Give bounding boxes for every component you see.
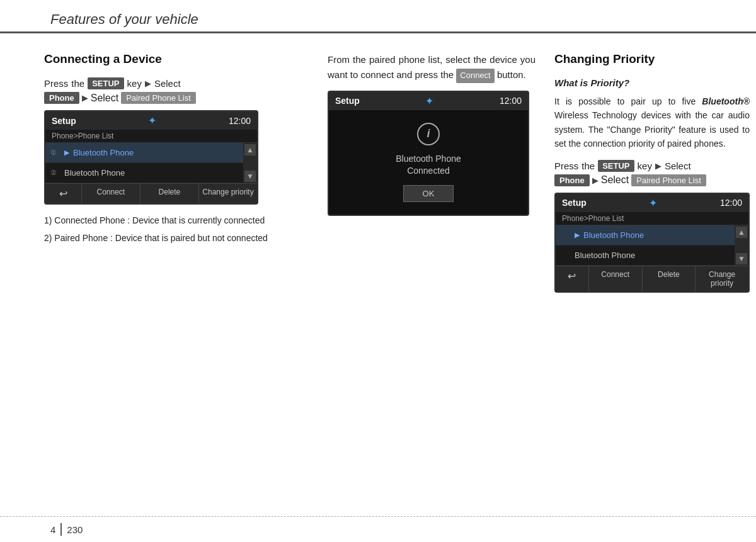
- dialog-message-line2: Connected: [396, 165, 461, 178]
- dialog-ok-button[interactable]: OK: [403, 185, 454, 202]
- note-2-label: 2): [44, 233, 52, 243]
- note-1-label: 1): [44, 215, 52, 225]
- instruction-row-1: Press the SETUP key ▶ Select: [44, 77, 309, 89]
- middle-paragraph: From the paired phone list, select the d…: [328, 52, 536, 83]
- middle-text-2: button.: [497, 69, 526, 80]
- dialog-screen: Setup ✦ 12:00 i Bluetooth Phone Connecte…: [328, 91, 529, 216]
- screen-breadcrumb-1: Phone>Phone List: [45, 130, 257, 143]
- change-priority-button-2[interactable]: Change priority: [696, 266, 748, 291]
- scroll-up-1[interactable]: ▲: [244, 144, 256, 155]
- play-icon-1: ▶: [64, 149, 69, 157]
- screen-list-item-r1[interactable]: ▶ Bluetooth Phone: [556, 225, 735, 246]
- page-title: Features of your vehicle: [50, 11, 198, 27]
- note-1-text: Connected Phone : Device that is current…: [54, 215, 265, 225]
- screen-list-inner-2: ▶ Bluetooth Phone Bluetooth Phone: [556, 225, 735, 266]
- screen-header-1: Setup ✦ 12:00: [45, 111, 257, 130]
- page-footer: 4 230: [0, 516, 756, 542]
- screen-list-item-2[interactable]: ② Bluetooth Phone: [45, 163, 243, 183]
- play-icon-r1: ▶: [575, 231, 580, 239]
- item-number-1: ①: [50, 149, 57, 157]
- connecting-device-title: Connecting a Device: [44, 52, 309, 66]
- bt-phone-item-r2: Bluetooth Phone: [575, 251, 635, 260]
- key-label-2: key: [638, 161, 652, 171]
- the-label-2: the: [581, 161, 595, 171]
- back-button-2[interactable]: ↩: [556, 266, 589, 291]
- nav-arrow-icon: ▶: [82, 93, 88, 103]
- bt-phone-item-r1: Bluetooth Phone: [583, 230, 644, 240]
- select-label: Select: [154, 78, 181, 89]
- screen-mockup-1: Setup ✦ 12:00 Phone>Phone List ① ▶ Bluet…: [44, 110, 258, 205]
- nav-breadcrumb-1: Phone ▶ Select Paired Phone List: [44, 92, 309, 104]
- bt-phone-item-2: Bluetooth Phone: [64, 168, 125, 178]
- note-2-text: Paired Phone : Device that is paired but…: [54, 233, 268, 243]
- phone-nav-badge-2: Phone: [554, 174, 590, 186]
- connect-button-2[interactable]: Connect: [589, 266, 643, 291]
- info-icon: i: [417, 123, 440, 145]
- select-nav-label-2: Select: [601, 174, 629, 186]
- note-1: 1) Connected Phone : Device that is curr…: [44, 213, 309, 227]
- key-label: key: [127, 78, 142, 89]
- dialog-body: i Bluetooth Phone Connected OK: [329, 110, 528, 215]
- dialog-title: Setup: [335, 96, 360, 106]
- footer-page-num: 4: [50, 524, 55, 535]
- screen-list-inner-1: ① ▶ Bluetooth Phone ② Bluetooth Phone: [45, 143, 243, 183]
- delete-button-2[interactable]: Delete: [643, 266, 696, 291]
- scroll-down-2[interactable]: ▼: [736, 253, 747, 264]
- connect-button-1[interactable]: Connect: [82, 184, 140, 203]
- scroll-down-1[interactable]: ▼: [244, 171, 256, 182]
- scroll-up-2[interactable]: ▲: [736, 227, 747, 238]
- note-2: 2) Paired Phone : Device that is paired …: [44, 231, 309, 245]
- screen-scrollbar-1: ▲ ▼: [243, 143, 257, 183]
- middle-column: From the paired phone list, select the d…: [328, 52, 536, 293]
- dialog-time: 12:00: [500, 96, 522, 106]
- priority-subtitle: What is Priority?: [554, 77, 750, 88]
- screen-time-2: 12:00: [720, 198, 742, 208]
- bluetooth-icon-2: ✦: [649, 197, 657, 209]
- priority-text-1: It is possible to pair up to five: [554, 96, 696, 106]
- screen-header-2: Setup ✦ 12:00: [556, 194, 748, 212]
- screen-mockup-2: Setup ✦ 12:00 Phone>Phone List ▶ Bluetoo…: [554, 193, 750, 293]
- dialog-header: Setup ✦ 12:00: [329, 92, 528, 110]
- nav-arrow-icon-2: ▶: [592, 176, 598, 185]
- phone-nav-badge: Phone: [44, 92, 79, 104]
- nav-breadcrumb-2: Phone ▶ Select Paired Phone List: [554, 174, 750, 186]
- screen-breadcrumb-2: Phone>Phone List: [556, 212, 748, 225]
- the-label: the: [71, 78, 84, 89]
- connect-badge: Connect: [456, 69, 494, 83]
- press-label: Press: [44, 78, 68, 89]
- dialog-message: Bluetooth Phone Connected: [396, 153, 461, 178]
- screen-list-area-1: ① ▶ Bluetooth Phone ② Bluetooth Phone ▲ …: [45, 143, 257, 183]
- back-button-1[interactable]: ↩: [45, 184, 82, 203]
- screen-title-1: Setup: [52, 116, 76, 126]
- dialog-message-line1: Bluetooth Phone: [396, 153, 461, 166]
- select-label-2: Select: [665, 161, 691, 171]
- paired-phone-list-badge-2: Paired Phone List: [631, 174, 706, 186]
- paired-phone-list-badge: Paired Phone List: [121, 92, 196, 104]
- select-nav-label: Select: [91, 93, 118, 104]
- notes-list: 1) Connected Phone : Device that is curr…: [44, 213, 309, 246]
- instruction-row-2: Press the SETUP key ▶ Select: [554, 160, 750, 172]
- delete-button-1[interactable]: Delete: [140, 184, 199, 203]
- bt-phone-item-1: Bluetooth Phone: [73, 148, 134, 157]
- screen-scrollbar-2: ▲ ▼: [735, 225, 748, 266]
- bluetooth-icon-1: ✦: [148, 115, 156, 127]
- left-column: Connecting a Device Press the SETUP key …: [44, 52, 309, 293]
- press-label-2: Press: [554, 161, 578, 171]
- screen-list-area-2: ▶ Bluetooth Phone Bluetooth Phone ▲ ▼: [556, 225, 748, 266]
- screen-title-2: Setup: [562, 198, 587, 208]
- footer-page-sub: 230: [67, 524, 83, 535]
- footer-divider: [60, 523, 62, 536]
- arrow-icon-2: ▶: [655, 161, 662, 171]
- item-number-2: ②: [50, 169, 57, 177]
- screen-list-item-r2[interactable]: Bluetooth Phone: [556, 246, 735, 266]
- bluetooth-trademark: Bluetooth®: [702, 96, 750, 106]
- priority-text: It is possible to pair up to five Blueto…: [554, 94, 750, 151]
- right-column: Changing Priority What is Priority? It i…: [554, 52, 750, 293]
- dialog-bt-icon: ✦: [425, 95, 433, 107]
- setup-key-badge: SETUP: [88, 77, 123, 89]
- page-header: Features of your vehicle: [0, 0, 756, 33]
- change-priority-button-1[interactable]: Change priority: [199, 184, 257, 203]
- priority-text-2: Wireless Technology devices with the car…: [554, 110, 750, 149]
- changing-priority-title: Changing Priority: [554, 52, 750, 66]
- screen-list-item-1[interactable]: ① ▶ Bluetooth Phone: [45, 143, 243, 163]
